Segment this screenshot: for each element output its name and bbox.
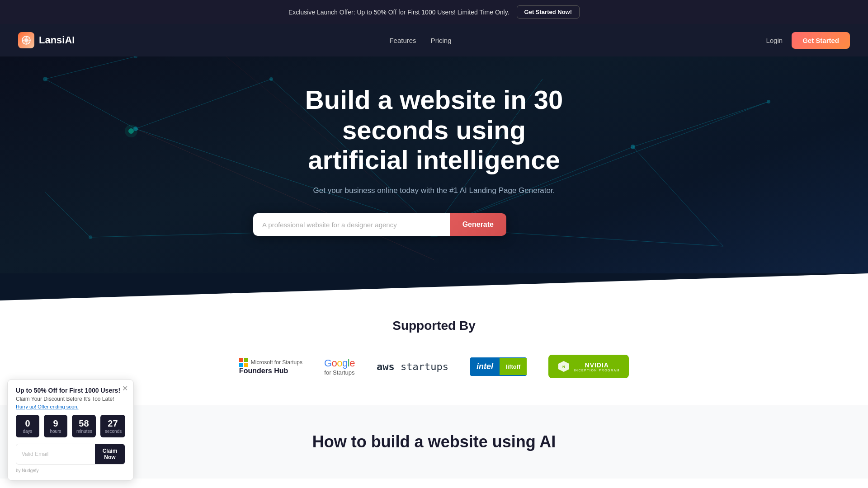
nav-right: Login Get Started (766, 32, 850, 49)
ms-founders-logo: Microsoft for Startups Founders Hub (239, 358, 302, 375)
svg-line-17 (45, 192, 90, 237)
aws-startups-logo: aws startups (377, 361, 448, 372)
navbar: LansiAI Features Pricing Login Get Start… (0, 24, 868, 56)
svg-rect-35 (244, 363, 248, 367)
supported-title: Supported By (9, 319, 859, 333)
login-button[interactable]: Login (766, 37, 783, 44)
promo-input-row: Claim Now (16, 444, 125, 465)
svg-rect-32 (239, 358, 243, 362)
hero-content: Build a website in 30 seconds using arti… (253, 85, 615, 236)
nvidia-logo: N NVIDIA INCEPTION PROGRAM (548, 355, 629, 378)
announcement-cta-button[interactable]: Get Started Now! (517, 5, 580, 19)
svg-point-26 (269, 77, 273, 81)
intel-liftoff-logo: intel liftoff (470, 357, 527, 376)
svg-point-30 (128, 128, 134, 134)
countdown-days: 0 days (16, 415, 39, 437)
logo-icon (18, 32, 34, 48)
generate-button[interactable]: Generate (450, 213, 506, 236)
logo-text: LansiAI (39, 34, 75, 46)
claim-button[interactable]: Claim Now (95, 444, 125, 464)
svg-point-25 (767, 100, 770, 103)
how-to-title: How to build a website using AI (9, 432, 859, 451)
hero-input-group: Generate (253, 213, 506, 236)
website-description-input[interactable] (253, 213, 450, 236)
svg-point-1 (24, 38, 28, 42)
promo-popup: ✕ Up to 50% Off for First 1000 Users! Cl… (7, 379, 134, 479)
hero-subtitle: Get your business online today with the … (253, 186, 615, 195)
logo-link[interactable]: LansiAI (18, 32, 75, 48)
promo-subtitle: Claim Your Discount Before It's Too Late… (16, 396, 125, 402)
svg-line-13 (45, 79, 136, 129)
announcement-text: Exclusive Launch Offer: Up to 50% Off fo… (288, 9, 509, 16)
svg-point-31 (125, 125, 137, 137)
google-startups-logo: Google for Startups (324, 357, 355, 376)
hero-cutoff (0, 273, 868, 300)
nav-links: Features Pricing (389, 37, 451, 44)
svg-point-29 (43, 77, 47, 81)
svg-line-18 (45, 56, 136, 79)
nav-features[interactable]: Features (389, 37, 416, 44)
svg-line-16 (633, 147, 723, 246)
hero-section: Build a website in 30 seconds using arti… (0, 56, 868, 273)
hero-title: Build a website in 30 seconds using arti… (253, 85, 615, 175)
nav-get-started-button[interactable]: Get Started (792, 32, 850, 49)
announcement-bar: Exclusive Launch Offer: Up to 50% Off fo… (0, 0, 868, 24)
promo-title: Up to 50% Off for First 1000 Users! (16, 387, 125, 394)
svg-text:N: N (563, 365, 566, 369)
svg-point-28 (89, 235, 92, 239)
svg-point-23 (133, 127, 138, 131)
countdown-minutes: 58 minutes (72, 415, 96, 437)
nav-pricing[interactable]: Pricing (431, 37, 452, 44)
promo-by: by Nudgefy (16, 468, 125, 473)
svg-rect-34 (239, 363, 243, 367)
countdown-hours: 9 hours (44, 415, 67, 437)
promo-close-button[interactable]: ✕ (122, 384, 128, 393)
svg-rect-33 (244, 358, 248, 362)
countdown-seconds: 27 seconds (100, 415, 125, 437)
svg-point-27 (134, 56, 137, 58)
svg-line-15 (633, 102, 769, 147)
promo-email-input[interactable] (16, 444, 95, 464)
logos-row: Microsoft for Startups Founders Hub Goog… (9, 355, 859, 378)
svg-line-14 (136, 79, 271, 129)
countdown-row: 0 days 9 hours 58 minutes 27 seconds (16, 415, 125, 437)
svg-point-24 (631, 145, 635, 149)
promo-hurry-text[interactable]: Hurry up! Offer ending soon. (16, 404, 125, 409)
